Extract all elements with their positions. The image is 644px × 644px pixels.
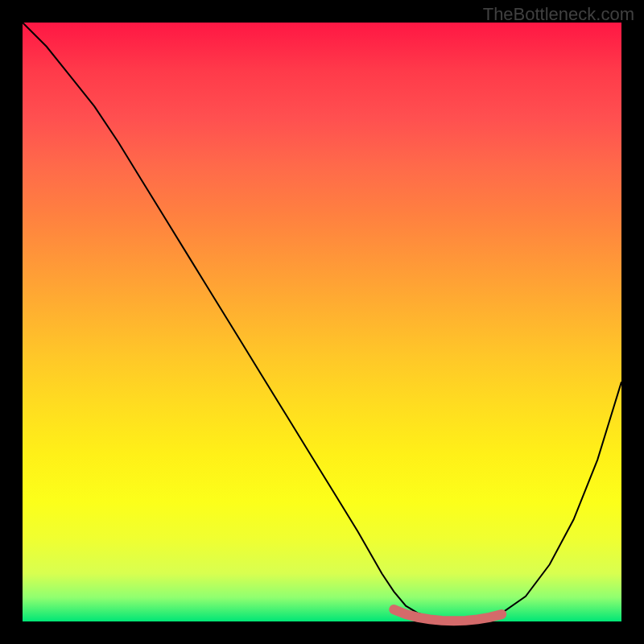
bottleneck-curve <box>23 23 621 621</box>
watermark-text: TheBottleneck.com <box>483 4 634 25</box>
optimal-range-marker <box>394 609 502 621</box>
curve-overlay <box>23 23 621 621</box>
chart-plot-area <box>23 23 621 621</box>
